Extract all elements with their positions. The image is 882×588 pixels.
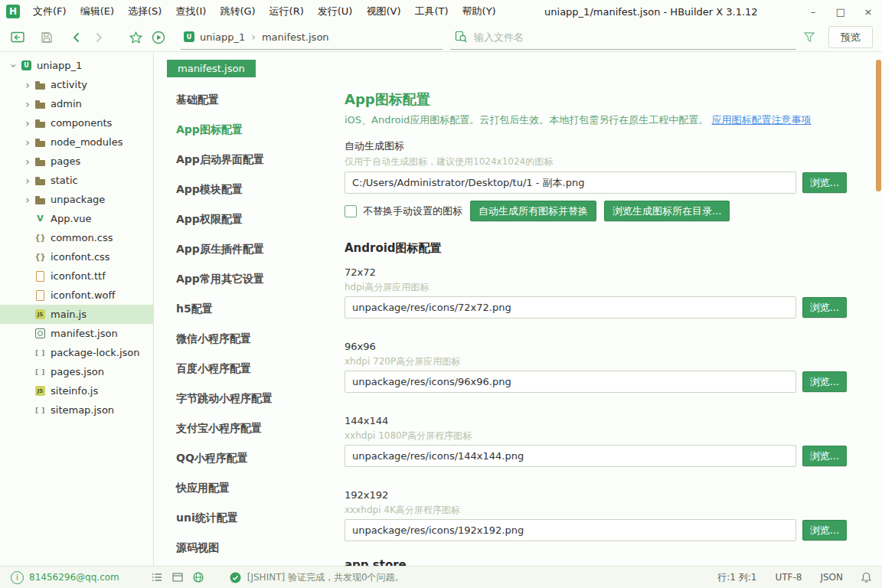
- icon-source-input[interactable]: [345, 172, 796, 194]
- breadcrumb-file[interactable]: manifest.json: [262, 31, 329, 43]
- scrollbar-track[interactable]: [875, 52, 882, 566]
- expand-arrow-icon[interactable]: [21, 118, 34, 129]
- menu-item[interactable]: 视图(V): [359, 0, 407, 23]
- panel-button[interactable]: [172, 573, 183, 582]
- expand-arrow-icon[interactable]: [21, 80, 34, 90]
- icon-path-input[interactable]: [345, 445, 796, 467]
- menu-item[interactable]: 编辑(E): [74, 0, 121, 23]
- browse-button[interactable]: 浏览...: [802, 371, 847, 392]
- config-nav: 基础配置App图标配置App启动界面配置App模块配置App权限配置App原生插…: [154, 77, 315, 566]
- config-nav-item[interactable]: App权限配置: [176, 204, 315, 234]
- outline-button[interactable]: [152, 573, 162, 582]
- preview-button[interactable]: 预览: [828, 26, 873, 48]
- tab-manifest-json[interactable]: manifest.json: [167, 60, 256, 77]
- favorite-button[interactable]: [124, 26, 147, 49]
- tree-item[interactable]: sitemap.json: [0, 400, 153, 420]
- tree-item[interactable]: common.css: [0, 228, 153, 247]
- config-nav-item[interactable]: 支付宝小程序配置: [176, 413, 315, 443]
- star-icon: [129, 31, 142, 44]
- config-nav-item[interactable]: App原生插件配置: [176, 234, 315, 264]
- config-nav-item[interactable]: QQ小程序配置: [176, 443, 315, 473]
- tree-item[interactable]: admin: [0, 94, 153, 113]
- generate-all-icons-button[interactable]: 自动生成所有图标并替换: [470, 201, 596, 221]
- tree-item[interactable]: iconfont.css: [0, 247, 153, 266]
- browse-button[interactable]: 浏览...: [802, 297, 847, 318]
- web-button[interactable]: [193, 572, 204, 583]
- account-email[interactable]: 81456296@qq.com: [29, 572, 119, 583]
- menu-item[interactable]: 发行(U): [311, 0, 360, 23]
- expand-arrow-icon[interactable]: [8, 60, 20, 71]
- breadcrumb-project[interactable]: uniapp_1: [200, 31, 245, 43]
- tree-item[interactable]: static: [0, 171, 153, 190]
- config-nav-item[interactable]: 源码视图: [176, 533, 315, 563]
- search-input[interactable]: [472, 31, 792, 44]
- expand-arrow-icon[interactable]: [21, 99, 34, 109]
- config-nav-item[interactable]: App模块配置: [176, 175, 315, 204]
- notifications-button[interactable]: [861, 572, 871, 583]
- tree-item[interactable]: iconfont.woff: [0, 286, 153, 305]
- tree-item[interactable]: manifest.json: [0, 324, 153, 343]
- browse-button[interactable]: 浏览...: [802, 172, 847, 193]
- config-nav-item[interactable]: App常用其它设置: [176, 264, 315, 294]
- browse-button[interactable]: 浏览...: [802, 520, 847, 541]
- menu-item[interactable]: 选择(S): [121, 0, 168, 23]
- lint-status-button[interactable]: [230, 572, 241, 583]
- tree-item[interactable]: package-lock.json: [0, 343, 153, 362]
- file-type-icon: [34, 117, 47, 129]
- file-name: iconfont.ttf: [51, 270, 106, 282]
- config-nav-item[interactable]: h5配置: [176, 294, 315, 324]
- open-icons-dir-button[interactable]: 浏览生成图标所在目录...: [604, 201, 730, 221]
- tree-item[interactable]: siteinfo.js: [0, 381, 153, 400]
- file-search-box[interactable]: [450, 25, 796, 50]
- maximize-button[interactable]: □: [827, 0, 854, 23]
- config-nav-item[interactable]: App图标配置: [176, 115, 315, 145]
- menu-item[interactable]: 文件(F): [26, 0, 74, 23]
- file-type-icon: [34, 328, 47, 340]
- config-nav-item[interactable]: 快应用配置: [176, 473, 315, 503]
- back-button[interactable]: [64, 26, 87, 49]
- menu-item[interactable]: 运行(R): [263, 0, 311, 23]
- config-nav-item[interactable]: 微信小程序配置: [176, 324, 315, 354]
- icon-path-input[interactable]: [345, 371, 796, 393]
- config-nav-item[interactable]: 百度小程序配置: [176, 354, 315, 384]
- icon-config-notes-link[interactable]: 应用图标配置注意事项: [712, 114, 812, 126]
- tree-item[interactable]: unpackage: [0, 190, 153, 209]
- icon-path-input[interactable]: [345, 296, 796, 318]
- language-label[interactable]: JSON: [820, 572, 843, 583]
- config-nav-item[interactable]: 字节跳动小程序配置: [176, 384, 315, 413]
- config-nav-item[interactable]: uni统计配置: [176, 503, 315, 533]
- expand-arrow-icon[interactable]: [21, 156, 34, 167]
- scrollbar-thumb[interactable]: [876, 60, 881, 191]
- tree-item[interactable]: main.js: [0, 305, 153, 324]
- save-button[interactable]: [35, 26, 58, 49]
- encoding-label[interactable]: UTF-8: [775, 572, 802, 583]
- breadcrumb[interactable]: U uniapp_1 › manifest.json: [181, 25, 443, 50]
- tree-item[interactable]: components: [0, 113, 153, 132]
- tree-item[interactable]: pages.json: [0, 362, 153, 381]
- tree-item[interactable]: App.vue: [0, 209, 153, 228]
- menu-item[interactable]: 跳转(G): [213, 0, 262, 23]
- tree-item[interactable]: uniapp_1: [0, 56, 153, 75]
- expand-arrow-icon[interactable]: [21, 194, 34, 205]
- icon-path-input[interactable]: [345, 519, 796, 541]
- menu-item[interactable]: 工具(T): [408, 0, 456, 23]
- tree-item[interactable]: activity: [0, 75, 153, 94]
- tree-item[interactable]: node_modules: [0, 132, 153, 152]
- tree-item[interactable]: pages: [0, 152, 153, 171]
- config-nav-item[interactable]: App启动界面配置: [176, 145, 315, 175]
- no-replace-checkbox[interactable]: [345, 205, 357, 217]
- tree-item[interactable]: iconfont.ttf: [0, 266, 153, 286]
- config-nav-item[interactable]: 基础配置: [176, 85, 315, 115]
- minimize-button[interactable]: –: [799, 0, 827, 23]
- forward-button[interactable]: [87, 26, 110, 49]
- menu-item[interactable]: 查找(I): [168, 0, 213, 23]
- cursor-position[interactable]: 行:1 列:1: [717, 571, 756, 584]
- browse-button[interactable]: 浏览...: [802, 446, 847, 466]
- expand-arrow-icon[interactable]: [21, 137, 34, 148]
- expand-arrow-icon[interactable]: [21, 175, 34, 186]
- filter-button[interactable]: [799, 26, 819, 49]
- menu-item[interactable]: 帮助(Y): [456, 0, 503, 23]
- app-window-button[interactable]: [6, 26, 29, 49]
- close-button[interactable]: ×: [854, 0, 882, 23]
- run-button[interactable]: [147, 26, 170, 49]
